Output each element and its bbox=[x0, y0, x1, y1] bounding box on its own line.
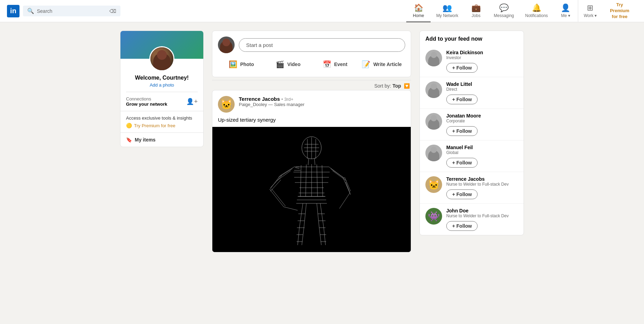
suggestion-role: Global bbox=[446, 150, 518, 155]
post-box: Start a post 🖼️ Photo 🎬 Video 📅 Event 📝 bbox=[212, 31, 411, 77]
suggestion-name: Terrence Jacobs bbox=[446, 176, 518, 182]
svg-line-35 bbox=[345, 177, 351, 191]
svg-line-23 bbox=[270, 189, 284, 207]
user-welcome: Welcome, Courtney! bbox=[120, 75, 203, 82]
event-icon: 📅 bbox=[323, 60, 331, 68]
connection-degree: • 3rd+ bbox=[281, 97, 293, 102]
video-action-button[interactable]: 🎬 Video bbox=[265, 57, 312, 71]
bookmark-icon: 🔖 bbox=[126, 137, 132, 143]
follow-button[interactable]: + Follow bbox=[446, 158, 478, 168]
suggestion-info: Terrence Jacobs Nurse to Welder to Full-… bbox=[446, 176, 518, 199]
add-connection-icon[interactable]: 👤+ bbox=[186, 98, 198, 105]
nav-item-my-network[interactable]: 👥 My Network bbox=[431, 0, 464, 22]
linkedin-logo[interactable]: in bbox=[7, 5, 19, 17]
start-post-input[interactable]: Start a post bbox=[239, 38, 405, 52]
photo-icon: 🖼️ bbox=[229, 60, 237, 68]
svg-line-52 bbox=[324, 228, 325, 245]
svg-line-29 bbox=[272, 189, 285, 206]
suggestion-name: Wade Littel bbox=[446, 81, 518, 87]
messaging-icon: 💬 bbox=[499, 3, 509, 13]
event-label: Event bbox=[334, 62, 347, 67]
notifications-icon: 🔔 bbox=[532, 3, 541, 13]
nav-item-me[interactable]: 👤 Me ▾ bbox=[553, 0, 578, 22]
avatar bbox=[425, 113, 442, 130]
follow-button[interactable]: + Follow bbox=[446, 126, 478, 136]
suggestion-role: Nurse to Welder to Full-stack Dev bbox=[446, 213, 518, 218]
svg-line-43 bbox=[302, 228, 304, 245]
post-header: Terrence Jacobs • 3rd+ Paige_Dooley — Sa… bbox=[212, 90, 411, 117]
post-user-avatar bbox=[218, 37, 235, 53]
avatar[interactable] bbox=[149, 46, 174, 71]
search-icon: 🔍 bbox=[27, 8, 34, 14]
suggestion-name: Manuel Feil bbox=[446, 145, 518, 150]
svg-line-32 bbox=[339, 193, 350, 209]
list-item: 🐱 Terrence Jacobs Nurse to Welder to Ful… bbox=[420, 172, 524, 203]
svg-line-59 bbox=[295, 168, 299, 169]
svg-line-17 bbox=[322, 165, 323, 196]
post-actions: 🖼️ Photo 🎬 Video 📅 Event 📝 Write Article bbox=[218, 57, 405, 71]
feed-suggestions: Add to your feed now Keira Dickinson Inv… bbox=[419, 31, 524, 235]
post-author-avatar[interactable] bbox=[218, 96, 235, 113]
post-author-name[interactable]: Terrence Jacobs • 3rd+ bbox=[239, 96, 405, 102]
premium-link[interactable]: Try Premium for free bbox=[602, 2, 637, 20]
suggestion-info: John Doe Nurse to Welder to Full-stack D… bbox=[446, 208, 518, 231]
write-article-action-button[interactable]: 📝 Write Article bbox=[359, 57, 406, 71]
photo-label: Photo bbox=[240, 62, 254, 67]
svg-line-27 bbox=[270, 176, 282, 188]
avatar bbox=[425, 145, 442, 161]
suggestion-info: Keira Dickinson Investor + Follow bbox=[446, 50, 518, 73]
suggestion-name: John Doe bbox=[446, 208, 518, 213]
connections-value[interactable]: Grow your network bbox=[126, 102, 167, 107]
list-item: Jonatan Moore Corporate + Follow bbox=[420, 108, 524, 140]
nav-item-messaging[interactable]: 💬 Messaging bbox=[488, 0, 519, 22]
svg-line-21 bbox=[280, 167, 294, 176]
search-input[interactable] bbox=[37, 8, 107, 14]
my-items-label: My items bbox=[135, 137, 156, 143]
video-label: Video bbox=[287, 62, 300, 67]
svg-line-31 bbox=[343, 177, 350, 193]
nav-label-work: Work ▾ bbox=[584, 13, 597, 18]
nav-label-notifications: Notifications bbox=[525, 13, 548, 18]
follow-button[interactable]: + Follow bbox=[446, 95, 478, 104]
clear-search-icon[interactable]: ⌫ bbox=[109, 8, 116, 14]
list-item: Manuel Feil Global + Follow bbox=[420, 140, 524, 172]
sort-value[interactable]: Top 🔽 bbox=[392, 83, 410, 89]
add-photo-link[interactable]: Add a photo bbox=[120, 82, 203, 92]
avatar bbox=[425, 50, 442, 66]
nav-item-work[interactable]: ⊞ Work ▾ bbox=[578, 0, 602, 22]
my-items[interactable]: 🔖 My items bbox=[120, 132, 203, 147]
avatar-image bbox=[150, 47, 173, 70]
post-content-text: Up-sized tertiary synergy bbox=[212, 117, 411, 127]
me-icon: 👤 bbox=[561, 3, 570, 13]
photo-action-button[interactable]: 🖼️ Photo bbox=[218, 57, 265, 71]
svg-line-50 bbox=[319, 228, 321, 245]
premium-link-left[interactable]: 🟡 Try Premium for free bbox=[126, 123, 198, 128]
work-icon: ⊞ bbox=[587, 3, 593, 13]
connections-section: Connections Grow your network 👤+ bbox=[120, 92, 203, 111]
premium-link-label: Try Premium for free bbox=[134, 123, 175, 128]
follow-button[interactable]: + Follow bbox=[446, 189, 478, 199]
suggestion-role: Investor bbox=[446, 55, 518, 60]
event-action-button[interactable]: 📅 Event bbox=[312, 57, 359, 71]
video-icon: 🎬 bbox=[276, 60, 284, 68]
profile-card: Welcome, Courtney! Add a photo Connectio… bbox=[120, 31, 204, 147]
post-author-info: Terrence Jacobs • 3rd+ Paige_Dooley — Sa… bbox=[239, 96, 405, 107]
svg-line-42 bbox=[304, 203, 306, 228]
post-input-row: Start a post bbox=[218, 37, 405, 53]
connections-label: Connections bbox=[126, 96, 167, 102]
nav-item-notifications[interactable]: 🔔 Notifications bbox=[520, 0, 553, 22]
feed-suggestions-title: Add to your feed now bbox=[420, 31, 524, 46]
svg-line-34 bbox=[332, 171, 346, 181]
sort-row: Sort by: Top 🔽 bbox=[212, 80, 411, 90]
sort-label: Sort by: bbox=[374, 83, 391, 89]
search-bar[interactable]: 🔍 ⌫ bbox=[23, 6, 120, 16]
avatar bbox=[425, 81, 442, 98]
avatar: 👾 bbox=[425, 208, 442, 225]
nav-item-home[interactable]: 🏠 Home bbox=[406, 0, 431, 22]
nav-item-jobs[interactable]: 💼 Jobs bbox=[464, 0, 488, 22]
follow-button[interactable]: + Follow bbox=[446, 221, 478, 231]
home-icon: 🏠 bbox=[414, 3, 423, 13]
jobs-icon: 💼 bbox=[471, 3, 481, 13]
follow-button[interactable]: + Follow bbox=[446, 63, 478, 73]
svg-line-41 bbox=[298, 228, 299, 245]
